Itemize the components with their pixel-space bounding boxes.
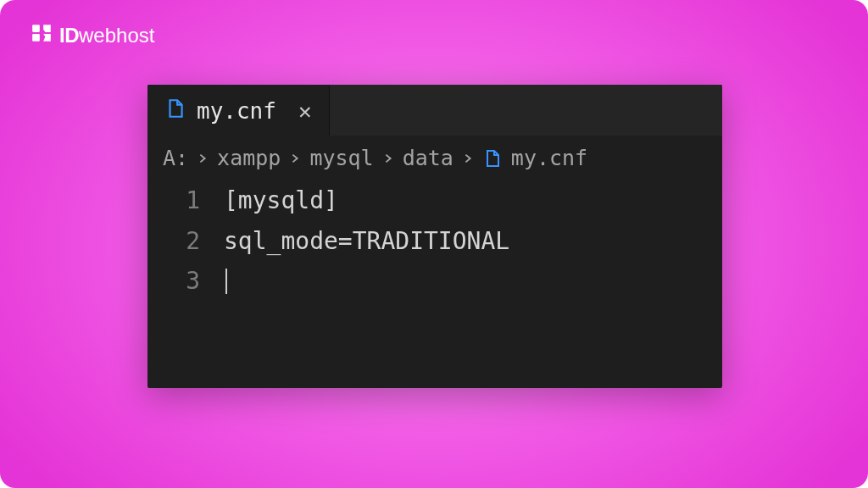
code-text: sql_mode=TRADITIONAL bbox=[224, 221, 509, 262]
chevron-right-icon bbox=[382, 152, 394, 164]
chevron-right-icon bbox=[462, 152, 474, 164]
breadcrumb-part[interactable]: data bbox=[403, 146, 453, 170]
breadcrumb-filename[interactable]: my.cnf bbox=[511, 146, 587, 170]
brand-rest: webhost bbox=[79, 24, 154, 47]
close-icon[interactable]: ✕ bbox=[298, 98, 312, 124]
file-icon bbox=[482, 148, 503, 169]
breadcrumb-drive[interactable]: A: bbox=[163, 146, 188, 170]
code-line: 3 bbox=[147, 261, 722, 302]
code-editor-window: my.cnf ✕ A: xampp mysql data bbox=[147, 85, 722, 388]
breadcrumb-part[interactable]: mysql bbox=[309, 146, 373, 170]
line-number: 3 bbox=[147, 261, 224, 302]
svg-rect-0 bbox=[32, 25, 40, 32]
brand-logo: IDwebhost bbox=[31, 22, 154, 49]
text-cursor bbox=[225, 269, 227, 294]
tab-filename: my.cnf bbox=[197, 98, 276, 124]
brand-mark-icon bbox=[31, 22, 53, 49]
chevron-right-icon bbox=[289, 152, 301, 164]
breadcrumb: A: xampp mysql data my.cnf bbox=[147, 136, 722, 177]
line-number: 2 bbox=[147, 221, 224, 262]
promo-canvas: IDwebhost my.cnf ✕ A: xampp bbox=[0, 0, 868, 488]
breadcrumb-part[interactable]: xampp bbox=[217, 146, 281, 170]
editor-tabbar: my.cnf ✕ bbox=[147, 85, 722, 136]
chevron-right-icon bbox=[197, 152, 209, 164]
brand-id: ID bbox=[59, 24, 79, 47]
code-line: 2 sql_mode=TRADITIONAL bbox=[147, 221, 722, 262]
code-area[interactable]: 1 [mysqld] 2 sql_mode=TRADITIONAL 3 bbox=[147, 177, 722, 302]
code-line: 1 [mysqld] bbox=[147, 180, 722, 221]
line-number: 1 bbox=[147, 180, 224, 221]
code-text: [mysqld] bbox=[224, 180, 338, 221]
file-icon bbox=[164, 97, 186, 125]
svg-rect-1 bbox=[32, 34, 40, 42]
editor-tab[interactable]: my.cnf ✕ bbox=[147, 85, 330, 136]
brand-text: IDwebhost bbox=[59, 24, 154, 47]
